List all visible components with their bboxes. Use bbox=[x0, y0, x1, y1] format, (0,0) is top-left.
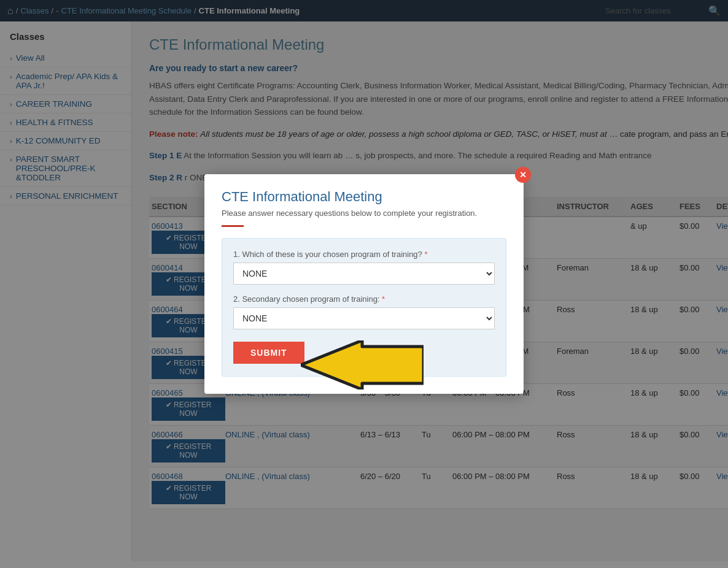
submit-button[interactable]: SUBMIT bbox=[233, 342, 304, 364]
form-group-1: 1. Which of these is your chosen program… bbox=[233, 250, 495, 285]
form-group-2: 2. Secondary chosen program of training:… bbox=[233, 294, 495, 329]
modal-title: CTE Informational Meeting bbox=[222, 189, 506, 205]
modal-divider bbox=[222, 225, 244, 227]
modal-close-button[interactable]: ✕ bbox=[515, 167, 531, 183]
modal-form-area: 1. Which of these is your chosen program… bbox=[222, 238, 506, 377]
modal-overlay[interactable]: ✕ CTE Informational Meeting Please answe… bbox=[0, 0, 728, 561]
program-select-2[interactable]: NONEAccounting ClerkBusiness Information… bbox=[233, 307, 495, 329]
modal: ✕ CTE Informational Meeting Please answe… bbox=[204, 174, 524, 394]
modal-subtitle: Please answer necessary questions below … bbox=[222, 209, 506, 218]
form-label-2: 2. Secondary chosen program of training:… bbox=[233, 294, 495, 304]
form-label-1: 1. Which of these is your chosen program… bbox=[233, 250, 495, 259]
program-select-1[interactable]: NONEAccounting ClerkBusiness Information… bbox=[233, 263, 495, 285]
